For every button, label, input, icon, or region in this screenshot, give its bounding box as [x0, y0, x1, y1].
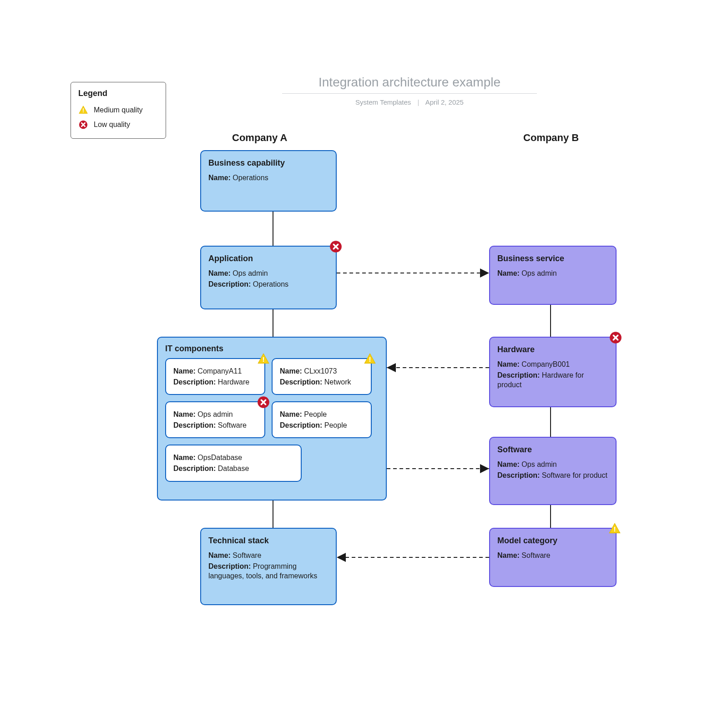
warning-triangle-icon: !	[364, 353, 376, 365]
legend-label-low: Low quality	[94, 121, 130, 129]
column-header-b: Company B	[523, 132, 579, 144]
it-component-item[interactable]: Name: CLxx1073 Description: Network !	[272, 358, 372, 395]
field-desc: Description: Operations	[208, 279, 329, 289]
error-circle-icon	[78, 120, 88, 130]
svg-text:!: !	[82, 107, 84, 114]
diagram-title: Integration architecture example	[282, 75, 537, 94]
warning-triangle-icon: !	[257, 353, 270, 365]
box-business-capability[interactable]: Business capability Name: Operations	[200, 150, 337, 212]
diagram-author: System Templates	[355, 98, 411, 106]
box-heading: Software	[497, 444, 608, 455]
box-heading: Model category	[497, 535, 608, 546]
box-heading: Business service	[497, 253, 608, 264]
field-name: Name: Operations	[208, 173, 329, 183]
legend-row-low: Low quality	[78, 117, 158, 132]
box-heading: Hardware	[497, 344, 608, 355]
box-business-service[interactable]: Business service Name: Ops admin	[489, 246, 617, 305]
box-hardware[interactable]: Hardware Name: CompanyB001 Description: …	[489, 337, 617, 407]
svg-text:!: !	[262, 355, 264, 363]
diagram-canvas: Integration architecture example System …	[0, 0, 728, 728]
svg-text:!: !	[369, 355, 371, 363]
svg-text:!: !	[613, 525, 616, 533]
separator: |	[417, 98, 419, 106]
box-heading: Technical stack	[208, 535, 329, 546]
legend-row-medium: ! Medium quality	[78, 103, 158, 117]
diagram-subtitle: System Templates | April 2, 2025	[282, 98, 537, 106]
box-model-category[interactable]: Model category Name: Software !	[489, 528, 617, 587]
box-heading: Business capability	[208, 157, 329, 168]
warning-triangle-icon: !	[608, 522, 621, 535]
box-it-components[interactable]: IT components Name: CompanyA11 Descripti…	[157, 337, 387, 500]
warning-triangle-icon: !	[78, 105, 88, 115]
diagram-title-block: Integration architecture example System …	[282, 75, 537, 106]
error-circle-icon	[329, 240, 342, 253]
legend-heading: Legend	[78, 89, 158, 98]
error-circle-icon	[609, 331, 622, 344]
it-component-item[interactable]: Name: People Description: People	[272, 401, 372, 438]
legend-box: Legend ! Medium quality Low quality	[71, 82, 166, 139]
box-application[interactable]: Application Name: Ops admin Description:…	[200, 246, 337, 309]
error-circle-icon	[257, 396, 270, 409]
it-component-item[interactable]: Name: OpsDatabase Description: Database	[165, 445, 302, 481]
box-technical-stack[interactable]: Technical stack Name: Software Descripti…	[200, 528, 337, 605]
column-header-a: Company A	[232, 132, 287, 144]
it-component-item[interactable]: Name: Ops admin Description: Software	[165, 401, 265, 438]
field-name: Name: Ops admin	[208, 268, 329, 278]
box-heading: Application	[208, 253, 329, 264]
diagram-date: April 2, 2025	[425, 98, 464, 106]
it-component-item[interactable]: Name: CompanyA11 Description: Hardware !	[165, 358, 265, 395]
box-software[interactable]: Software Name: Ops admin Description: So…	[489, 437, 617, 505]
box-heading: IT components	[165, 344, 379, 354]
legend-label-medium: Medium quality	[94, 106, 143, 114]
